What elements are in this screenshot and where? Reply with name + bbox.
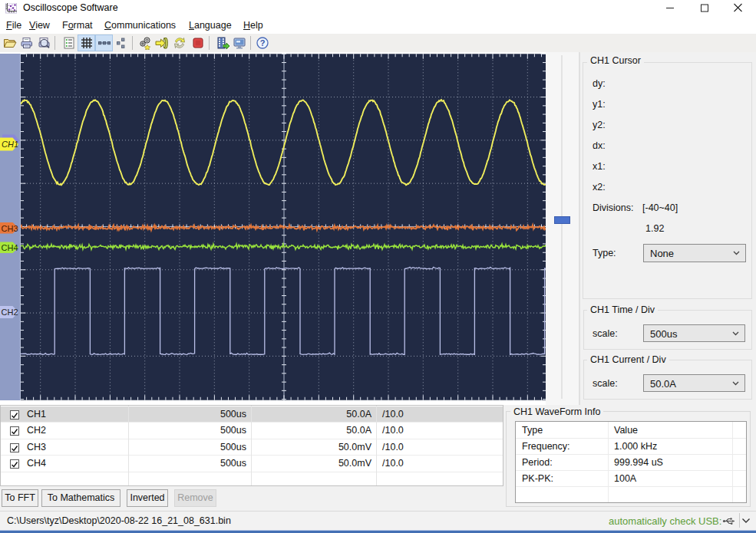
svg-text:CH2: CH2 bbox=[2, 308, 18, 317]
svg-text:CH4: CH4 bbox=[2, 243, 18, 252]
svg-text:?: ? bbox=[260, 38, 266, 48]
svg-text:CH3: CH3 bbox=[2, 224, 18, 233]
svg-text:CH1: CH1 bbox=[2, 140, 18, 149]
